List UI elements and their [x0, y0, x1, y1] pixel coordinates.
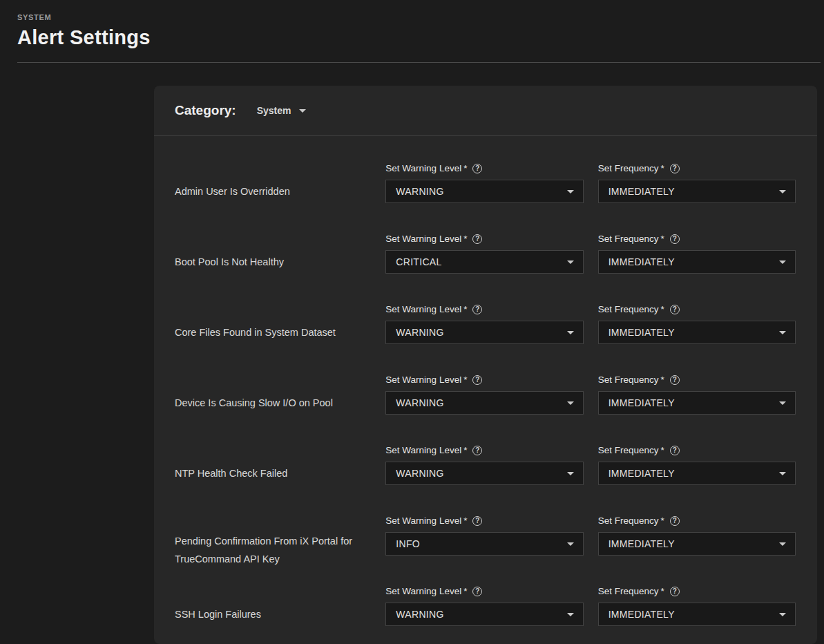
warning-level-select[interactable]: WARNING	[385, 321, 583, 344]
required-marker: *	[463, 304, 467, 314]
help-icon[interactable]	[670, 234, 680, 244]
alert-settings-card: Category: System Admin User Is Overridde…	[154, 86, 817, 644]
required-marker: *	[660, 515, 664, 526]
alert-name: NTP Health Check Failed	[175, 462, 385, 485]
alert-name: Admin User Is Overridden	[175, 180, 385, 203]
frequency-select[interactable]: IMMEDIATELY	[598, 603, 796, 626]
warning-level-select[interactable]: WARNING	[385, 391, 583, 415]
frequency-value: IMMEDIATELY	[609, 468, 675, 479]
required-marker: *	[463, 375, 467, 385]
help-icon[interactable]	[472, 305, 482, 314]
page-header: SYSTEM Alert Settings	[0, 0, 824, 63]
warning-level-select[interactable]: CRITICAL	[385, 250, 583, 274]
frequency-label: Set Frequency*	[598, 162, 796, 174]
warning-level-field: Set Warning Level* WARNING	[385, 444, 583, 485]
frequency-label-text: Set Frequency	[598, 304, 659, 314]
required-marker: *	[660, 234, 664, 244]
chevron-down-icon	[779, 401, 786, 405]
warning-level-field: Set Warning Level* WARNING	[385, 374, 583, 415]
warning-level-value: WARNING	[396, 186, 443, 197]
frequency-label-text: Set Frequency	[598, 445, 659, 455]
frequency-label: Set Frequency*	[598, 374, 796, 386]
chevron-down-icon	[567, 190, 574, 193]
frequency-value: IMMEDIATELY	[609, 538, 675, 549]
frequency-field: Set Frequency* IMMEDIATELY	[598, 585, 796, 626]
frequency-value: IMMEDIATELY	[609, 327, 675, 338]
help-icon[interactable]	[472, 516, 482, 526]
required-marker: *	[463, 445, 467, 455]
alert-name: Device Is Causing Slow I/O on Pool	[175, 391, 385, 415]
frequency-field: Set Frequency* IMMEDIATELY	[598, 233, 796, 274]
frequency-select[interactable]: IMMEDIATELY	[598, 391, 796, 415]
frequency-select[interactable]: IMMEDIATELY	[598, 532, 796, 556]
warning-level-select[interactable]: INFO	[385, 532, 583, 556]
chevron-down-icon	[779, 472, 786, 475]
warning-level-value: WARNING	[396, 468, 443, 479]
warning-level-value: CRITICAL	[396, 256, 441, 267]
frequency-select[interactable]: IMMEDIATELY	[598, 250, 796, 274]
category-select[interactable]: System	[257, 105, 306, 116]
chevron-down-icon	[567, 261, 574, 264]
chevron-down-icon	[779, 613, 786, 616]
warning-level-label-text: Set Warning Level	[385, 375, 461, 385]
frequency-field: Set Frequency* IMMEDIATELY	[598, 515, 796, 556]
category-value: System	[257, 105, 291, 116]
help-icon[interactable]	[472, 234, 482, 244]
required-marker: *	[660, 304, 664, 314]
alert-row: SSH Login Failures Set Warning Level* WA…	[175, 559, 796, 629]
alert-row: NTP Health Check Failed Set Warning Leve…	[175, 418, 796, 489]
chevron-down-icon	[779, 261, 786, 264]
warning-level-label-text: Set Warning Level	[385, 163, 461, 173]
chevron-down-icon	[779, 542, 786, 546]
warning-level-label: Set Warning Level*	[385, 233, 583, 245]
frequency-label-text: Set Frequency	[598, 163, 659, 173]
frequency-select[interactable]: IMMEDIATELY	[598, 180, 796, 203]
frequency-select[interactable]: IMMEDIATELY	[598, 321, 796, 344]
warning-level-field: Set Warning Level* CRITICAL	[385, 233, 583, 274]
alert-name: Core Files Found in System Dataset	[175, 321, 385, 344]
warning-level-select[interactable]: WARNING	[385, 603, 583, 626]
help-icon[interactable]	[670, 375, 680, 385]
help-icon[interactable]	[472, 375, 482, 385]
chevron-down-icon	[567, 613, 574, 616]
help-icon[interactable]	[670, 164, 680, 173]
required-marker: *	[660, 163, 664, 173]
frequency-label-text: Set Frequency	[598, 375, 659, 385]
chevron-down-icon	[567, 472, 574, 475]
help-icon[interactable]	[670, 587, 680, 596]
alert-rows: Admin User Is Overridden Set Warning Lev…	[154, 136, 817, 629]
chevron-down-icon	[299, 109, 306, 113]
warning-level-field: Set Warning Level* INFO	[385, 515, 583, 556]
category-label: Category:	[175, 103, 236, 118]
required-marker: *	[660, 375, 664, 385]
help-icon[interactable]	[472, 164, 482, 173]
warning-level-label: Set Warning Level*	[385, 162, 583, 174]
help-icon[interactable]	[472, 587, 482, 596]
help-icon[interactable]	[472, 446, 482, 455]
frequency-label: Set Frequency*	[598, 515, 796, 527]
alert-name: SSH Login Failures	[175, 603, 385, 626]
help-icon[interactable]	[670, 305, 680, 314]
warning-level-label: Set Warning Level*	[385, 303, 583, 315]
required-marker: *	[660, 445, 664, 455]
breadcrumb: SYSTEM	[17, 13, 824, 21]
alert-name: Boot Pool Is Not Healthy	[175, 250, 385, 274]
warning-level-label-text: Set Warning Level	[385, 234, 461, 244]
frequency-field: Set Frequency* IMMEDIATELY	[598, 303, 796, 344]
required-marker: *	[463, 586, 467, 596]
frequency-select[interactable]: IMMEDIATELY	[598, 462, 796, 485]
warning-level-label-text: Set Warning Level	[385, 586, 461, 596]
alert-row: Admin User Is Overridden Set Warning Lev…	[175, 136, 796, 207]
warning-level-select[interactable]: WARNING	[385, 180, 583, 203]
help-icon[interactable]	[670, 516, 680, 526]
warning-level-field: Set Warning Level* WARNING	[385, 303, 583, 344]
frequency-field: Set Frequency* IMMEDIATELY	[598, 162, 796, 203]
warning-level-label-text: Set Warning Level	[385, 515, 461, 526]
help-icon[interactable]	[670, 446, 680, 455]
warning-level-select[interactable]: WARNING	[385, 462, 583, 485]
warning-level-label: Set Warning Level*	[385, 374, 583, 386]
chevron-down-icon	[567, 331, 574, 334]
warning-level-label-text: Set Warning Level	[385, 445, 461, 455]
warning-level-value: WARNING	[396, 397, 443, 408]
warning-level-value: WARNING	[396, 327, 443, 338]
